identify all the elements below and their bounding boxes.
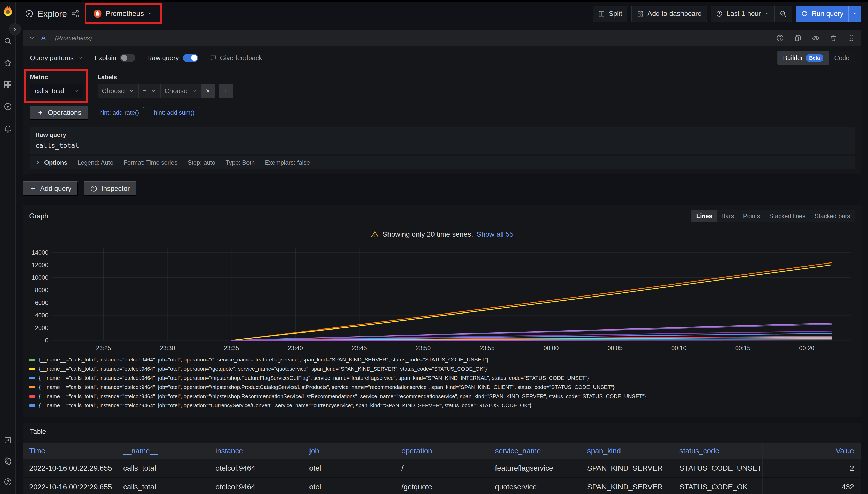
raw-query-value: calls_total [35,142,850,150]
legend-label: {__name__="calls_total", instance="otelc… [39,393,646,399]
zoom-out-icon [779,10,787,18]
svg-text:4000: 4000 [35,312,48,319]
give-feedback-button[interactable]: Give feedback [210,54,262,62]
help-icon[interactable] [3,477,13,487]
share-icon[interactable] [71,10,79,18]
collapse-chevron-icon[interactable] [29,35,36,41]
chevron-down-icon [191,88,197,94]
alerting-bell-icon[interactable] [3,124,13,133]
legend-item-2[interactable]: {__name__="calls_total", instance="otelc… [29,374,855,383]
copy-icon[interactable] [794,34,802,42]
grafana-logo[interactable] [2,5,14,17]
table-cell: 432 [762,478,861,494]
table-cell: SPAN_KIND_SERVER [581,478,673,494]
trash-icon[interactable] [829,34,837,42]
settings-gear-icon[interactable] [3,456,13,466]
code-tab[interactable]: Code [829,51,855,65]
table-header-servicename[interactable]: service_name [489,443,581,459]
legend-item-4[interactable]: {__name__="calls_total", instance="otelc… [29,392,855,401]
remove-label-filter-button[interactable] [201,84,215,98]
plus-icon [222,88,229,94]
table-header-spankind[interactable]: span_kind [581,443,673,459]
query-option-summary: Type: Both [225,159,255,166]
raw-query-toggle[interactable] [183,54,198,62]
legend-item-3[interactable]: {__name__="calls_total", instance="otelc… [29,383,855,392]
run-query-dropdown[interactable] [848,5,862,22]
datasource-picker[interactable]: Prometheus [88,6,158,21]
drag-grip-icon[interactable] [847,34,855,42]
add-to-dashboard-button[interactable]: Add to dashboard [631,5,707,22]
query-hint-chip-0[interactable]: hint: add rate() [94,107,144,118]
graph-mode-stacked-bars[interactable]: Stacked bars [810,210,855,222]
time-range-button[interactable]: Last 1 hour [711,6,775,22]
options-toggle[interactable]: Options [35,159,67,166]
warning-text: Showing only 20 time series. [382,230,473,239]
label-value-select[interactable]: Choose [160,84,201,98]
add-query-button[interactable]: Add query [23,181,78,196]
table-header-job[interactable]: job [303,443,395,459]
svg-text:00:20: 00:20 [799,344,814,352]
legend-item-0[interactable]: {__name__="calls_total", instance="otelc… [29,355,855,364]
table-header-value[interactable]: Value [762,443,861,459]
table-cell: SPAN_KIND_SERVER [581,459,673,477]
sidebar-expand-button[interactable]: › [9,23,21,35]
svg-text:00:15: 00:15 [735,344,751,352]
query-ref-id[interactable]: A [41,34,46,42]
sign-in-icon[interactable] [3,436,13,445]
sidebar: › [0,2,16,494]
svg-text:00:05: 00:05 [607,344,622,352]
table-cell: 2022-10-16 00:22:29.655 [23,478,117,494]
close-icon [205,88,211,94]
chevron-down-icon [764,11,770,17]
table-header-name[interactable]: __name__ [117,443,210,459]
page-header: Explore Prometheus [16,2,868,25]
table-header-operation[interactable]: operation [395,443,489,459]
query-toolbar: Query patterns Explain Raw query Give fe… [23,46,862,65]
query-patterns-dropdown[interactable]: Query patterns [30,54,83,62]
query-option-summary: Format: Time series [124,159,177,166]
explore-icon[interactable] [3,102,13,111]
graph-mode-lines[interactable]: Lines [692,210,717,222]
split-button[interactable]: Split [593,5,628,22]
graph-mode-bars[interactable]: Bars [717,210,738,222]
starred-icon[interactable] [3,58,13,68]
show-all-series-link[interactable]: Show all 55 [477,230,513,239]
dashboards-icon[interactable] [3,80,13,89]
table-header-time[interactable]: Time [23,443,117,459]
builder-tab[interactable]: Builder Beta [778,51,829,65]
legend-item-1[interactable]: {__name__="calls_total", instance="otelc… [29,364,855,374]
chevron-down-icon [852,11,858,17]
zoom-out-button[interactable] [775,6,792,22]
raw-query-label: Raw query [147,54,179,62]
eye-icon[interactable] [812,34,820,42]
label-key-select[interactable]: Choose [98,84,139,98]
query-hint-chip-1[interactable]: hint: add sum() [149,107,199,118]
datasource-name: Prometheus [106,10,144,18]
svg-text:12000: 12000 [32,262,48,268]
inspector-button[interactable]: Inspector [84,181,136,196]
metric-select[interactable]: calls_total [30,84,83,98]
table-cell: 2022-10-16 00:22:29.655 [23,459,117,477]
time-picker-group: Last 1 hour [711,5,792,22]
time-series-chart[interactable]: 23:2523:3023:3523:4023:4523:5023:5500:00… [29,244,855,353]
table-cell: otelcol:9464 [210,459,303,477]
search-icon[interactable] [3,37,13,46]
explain-toggle[interactable] [120,54,135,62]
graph-mode-stacked-lines[interactable]: Stacked lines [764,210,810,222]
table-row-1: 2022-10-16 00:22:29.655calls_totalotelco… [23,478,861,494]
label-operator-select[interactable]: = [139,84,160,98]
legend-label: {__name__="calls_total", instance="otelc… [39,375,589,381]
add-label-filter-button[interactable] [218,84,233,98]
metric-label: Metric [30,74,83,81]
operations-button[interactable]: Operations [30,106,88,120]
query-help-icon[interactable] [776,34,784,42]
graph-mode-points[interactable]: Points [738,210,764,222]
legend-item-5[interactable]: {__name__="calls_total", instance="otelc… [29,401,855,410]
explore-compass-icon [25,10,34,18]
run-query-button[interactable]: Run query [796,5,848,22]
query-option-summary: Legend: Auto [77,159,113,166]
table-header-statuscode[interactable]: status_code [673,443,762,459]
table-cell: STATUS_CODE_OK [673,478,762,494]
metric-field: Metric calls_total [30,74,83,98]
table-header-instance[interactable]: instance [210,443,303,459]
